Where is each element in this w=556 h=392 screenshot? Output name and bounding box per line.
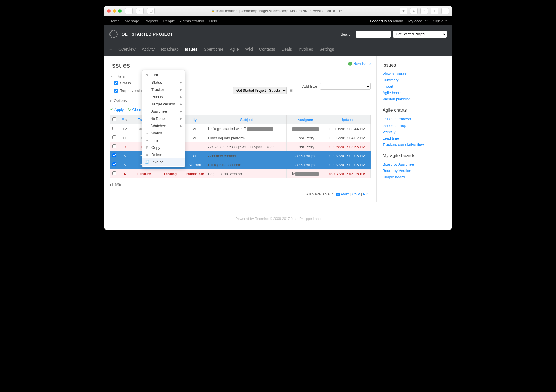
tab-settings[interactable]: Settings [319, 47, 334, 52]
export-pdf[interactable]: PDF [363, 192, 371, 196]
col-assignee[interactable]: Assignee [287, 115, 324, 124]
ctx-tracker[interactable]: Tracker▶ [142, 86, 185, 93]
row-checkbox[interactable] [112, 127, 116, 130]
tab-activity[interactable]: Activity [142, 47, 155, 52]
back-button[interactable]: ‹ [125, 8, 133, 14]
topmenu-help[interactable]: Help [209, 19, 217, 23]
side-issues-summary[interactable]: Summary [383, 77, 446, 83]
zoom-icon[interactable] [118, 9, 122, 13]
topmenu-mypage[interactable]: My page [125, 19, 139, 23]
side-issues-version-planning[interactable]: Version planning [383, 96, 446, 102]
export-csv[interactable]: CSV [352, 192, 360, 196]
ctx-copy[interactable]: ⎘Copy [142, 144, 185, 151]
tab-deals[interactable]: Deals [281, 47, 292, 52]
cell-id: 12 [118, 124, 131, 133]
table-row[interactable]: 4FeatureTestingImmediateLog into trial v… [110, 169, 371, 178]
filter-status-checkbox[interactable] [114, 81, 118, 85]
ctx-icon [145, 117, 149, 121]
options-label: Options [114, 98, 127, 103]
tabs-button[interactable]: ⊞ [431, 8, 438, 14]
cell-status: Testing [157, 169, 183, 178]
select-all-checkbox[interactable] [112, 117, 116, 121]
row-checkbox[interactable] [112, 171, 116, 175]
tab-issues[interactable]: Issues [185, 47, 198, 52]
project-selector[interactable]: Get Started Project [393, 31, 447, 38]
version-edit-icon[interactable]: ▣ [289, 88, 293, 93]
ctx-%-done[interactable]: % Done▶ [142, 115, 185, 122]
side-issues-import[interactable]: Import [383, 83, 446, 90]
cell-priority: al [183, 133, 206, 142]
minimize-icon[interactable] [113, 9, 116, 13]
newtab-button[interactable]: + [441, 8, 449, 14]
tab-wiki[interactable]: Wiki [245, 47, 253, 52]
reload-icon[interactable]: ⟳ [339, 9, 342, 13]
topmenu-home[interactable]: Home [109, 19, 120, 23]
ctx-delete[interactable]: 🗑Delete [142, 151, 185, 158]
reload-icon: ↻ [128, 107, 131, 112]
topmenu-signout[interactable]: Sign out [433, 19, 447, 23]
page-title: Issues [110, 61, 376, 69]
row-checkbox[interactable] [112, 144, 116, 148]
add-tab-button[interactable]: + [109, 47, 112, 52]
ctx-icon [145, 95, 149, 99]
ctx-icon: ⎘ [145, 146, 149, 150]
tab-agile[interactable]: Agile [230, 47, 239, 52]
side-boards-board-by-version[interactable]: Board by Version [383, 168, 446, 174]
logo-icon [109, 30, 118, 38]
search-input[interactable] [356, 31, 391, 38]
filter-targetversion-checkbox[interactable] [114, 89, 118, 93]
ctx-watchers[interactable]: Watchers▶ [142, 122, 185, 129]
user-link[interactable]: admin [393, 19, 403, 23]
side-issues-view-all-issues[interactable]: View all issues [383, 71, 446, 77]
row-checkbox[interactable] [112, 162, 116, 166]
ctx-watch[interactable]: ☆Watch [142, 129, 185, 137]
export-atom[interactable]: Atom [341, 192, 349, 196]
col-subject[interactable]: Subject [206, 115, 287, 124]
sidebar-toggle[interactable]: ◫ [147, 8, 155, 14]
cell-assignee: Fred Perry [287, 142, 324, 151]
side-charts-issues-burnup[interactable]: Issues burnup [383, 122, 446, 129]
row-checkbox[interactable] [112, 135, 116, 139]
col-updated[interactable]: Updated [324, 115, 371, 124]
add-filter-select[interactable] [320, 83, 371, 90]
ctx-assignee[interactable]: Assignee▶ [142, 108, 185, 115]
ctx-invoice[interactable]: 🧾Invoice [142, 158, 185, 166]
side-charts-velocity[interactable]: Velocity [383, 129, 446, 135]
side-boards-board-by-assignee[interactable]: Board by Assignee [383, 161, 446, 168]
tab-spenttime[interactable]: Spent time [204, 47, 223, 52]
ctx-priority[interactable]: Priority▶ [142, 93, 185, 100]
tab-roadmap[interactable]: Roadmap [161, 47, 179, 52]
side-charts-trackers-cumulative-flow[interactable]: Trackers cumulative flow [383, 142, 446, 148]
topmenu-projects[interactable]: Projects [145, 19, 158, 23]
tab-overview[interactable]: Overview [118, 47, 135, 52]
ctx-target-version[interactable]: Target version▶ [142, 100, 185, 108]
col-priority[interactable]: ity [183, 115, 206, 124]
topmenu-people[interactable]: People [163, 19, 175, 23]
close-icon[interactable] [107, 9, 111, 13]
clear-link[interactable]: ↻Clear [128, 107, 141, 112]
side-issues-agile-board[interactable]: Agile board [383, 90, 446, 96]
reader-button[interactable]: ★ [400, 8, 407, 14]
side-charts-issues-burndown[interactable]: Issues burndown [383, 116, 446, 122]
ctx-icon: 🗑 [145, 153, 149, 157]
topmenu-myaccount[interactable]: My account [408, 19, 427, 23]
ctx-filter[interactable]: ≡Filter [142, 137, 185, 144]
cell-priority: al [183, 124, 206, 133]
share-button[interactable]: ⇪ [420, 8, 428, 14]
tab-contacts[interactable]: Contacts [259, 47, 275, 52]
forward-button[interactable]: › [136, 8, 144, 14]
new-issue-link[interactable]: + New issue [348, 61, 371, 66]
ctx-status[interactable]: Status▶ [142, 79, 185, 86]
address-bar[interactable]: 🔒 marti.redmineup.com/projects/get-start… [157, 9, 396, 13]
apply-link[interactable]: ✔Apply [110, 107, 124, 112]
ctx-edit[interactable]: ✎Edit [142, 72, 185, 79]
row-checkbox[interactable] [112, 153, 116, 157]
side-charts-lead-time[interactable]: Lead time [383, 135, 446, 142]
tab-invoices[interactable]: Invoices [298, 47, 313, 52]
col-id[interactable]: # ▼ [118, 115, 131, 124]
download-button[interactable]: ⬇ [410, 8, 418, 14]
cell-priority [183, 142, 206, 151]
topmenu-administration[interactable]: Administration [180, 19, 204, 23]
side-boards-simple-board[interactable]: Simple board [383, 174, 446, 180]
target-version-select[interactable]: Get Started Project - Get star [233, 87, 287, 94]
